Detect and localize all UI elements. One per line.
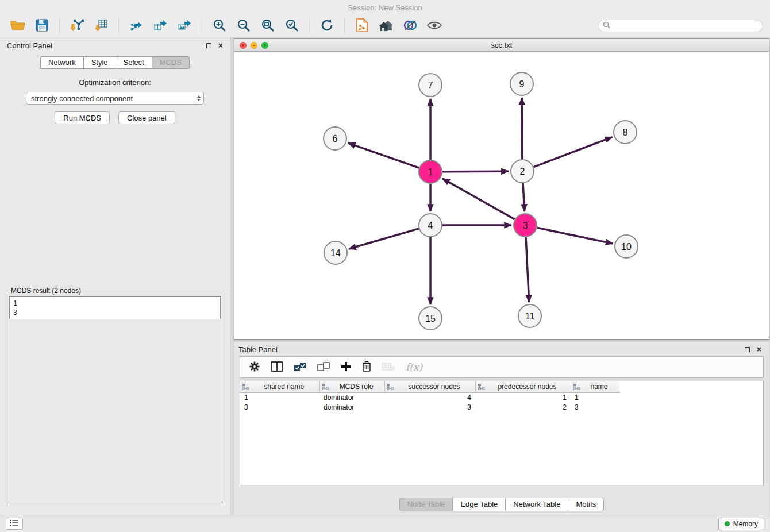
graph-node-4[interactable]: 4 xyxy=(419,214,442,237)
graph-node-7[interactable]: 7 xyxy=(419,74,442,97)
export-table-button[interactable] xyxy=(149,17,171,35)
close-panel-icon[interactable]: × xyxy=(218,43,223,48)
tab-motifs[interactable]: Motifs xyxy=(568,498,604,511)
svg-text:11: 11 xyxy=(525,311,535,321)
graph-node-9[interactable]: 9 xyxy=(510,72,533,95)
mcds-result-group: MCDS result (2 nodes) 1 3 xyxy=(6,287,224,503)
zoom-out-button[interactable] xyxy=(233,17,255,35)
column-header-name[interactable]: name xyxy=(571,381,619,392)
search-field[interactable] xyxy=(598,20,763,32)
annotations-button[interactable] xyxy=(399,17,421,35)
search-input[interactable] xyxy=(613,22,758,30)
close-panel-button[interactable]: Close panel xyxy=(118,111,175,124)
graph-node-2[interactable]: 2 xyxy=(511,160,534,183)
table-cell[interactable]: dominator xyxy=(319,392,384,402)
delete-table-button xyxy=(382,358,395,376)
add-column-button[interactable] xyxy=(341,358,351,376)
table-cell[interactable]: 1 xyxy=(240,392,319,402)
select-all-button[interactable] xyxy=(294,358,306,376)
home-button[interactable] xyxy=(375,17,397,35)
save-session-button[interactable] xyxy=(31,17,53,35)
table-cell[interactable]: 1 xyxy=(475,392,571,402)
delete-column-button[interactable] xyxy=(362,358,371,376)
mcds-result-text[interactable]: 1 3 xyxy=(9,296,221,319)
table-row[interactable]: 3dominator323 xyxy=(240,402,763,412)
zoom-fit-button[interactable] xyxy=(257,17,279,35)
function-builder-icon: f(x) xyxy=(406,361,422,373)
close-window-icon[interactable]: × xyxy=(240,42,247,49)
network-document-button[interactable] xyxy=(351,17,373,35)
minimize-window-icon[interactable]: − xyxy=(251,42,257,49)
maximize-window-icon[interactable]: + xyxy=(261,42,268,49)
float-panel-icon[interactable] xyxy=(206,43,211,48)
checked-boxes-icon xyxy=(294,361,306,373)
graph-node-3[interactable]: 3 xyxy=(514,214,537,237)
unchecked-boxes-icon xyxy=(317,361,330,373)
table-cell[interactable]: 1 xyxy=(571,392,619,402)
zoom-in-button[interactable] xyxy=(209,17,230,35)
table-cell[interactable]: dominator xyxy=(319,402,384,412)
tab-network-table[interactable]: Network Table xyxy=(505,498,568,511)
column-header-predecessor-nodes[interactable]: predecessor nodes xyxy=(475,381,571,392)
graph-edge-1-6[interactable] xyxy=(348,143,419,168)
table-cell[interactable]: 3 xyxy=(571,402,619,412)
graph-edge-3-10[interactable] xyxy=(537,228,613,244)
graph-node-1[interactable]: 1 xyxy=(419,160,442,183)
tab-node-table[interactable]: Node Table xyxy=(399,498,453,511)
open-session-button[interactable] xyxy=(7,17,29,35)
eye-icon xyxy=(427,20,442,32)
tab-style[interactable]: Style xyxy=(83,56,116,69)
table-row[interactable]: 1dominator411 xyxy=(240,392,763,402)
network-canvas[interactable]: 7968124314101511 xyxy=(234,52,769,339)
export-image-button[interactable] xyxy=(174,17,195,35)
close-panel-icon[interactable]: × xyxy=(757,347,761,352)
column-header-shared-name[interactable]: shared name xyxy=(240,381,319,392)
deselect-all-button[interactable] xyxy=(317,358,330,376)
tab-mcds[interactable]: MCDS xyxy=(152,56,190,69)
graph-edge-3-1[interactable] xyxy=(442,179,515,219)
tab-network[interactable]: Network xyxy=(40,56,84,69)
panel-menu-button[interactable] xyxy=(6,518,23,530)
main-toolbar xyxy=(0,15,770,37)
tab-edge-table[interactable]: Edge Table xyxy=(452,498,506,511)
table-cell[interactable]: 3 xyxy=(240,402,319,412)
toolbar-separator xyxy=(309,18,310,33)
table-settings-button[interactable] xyxy=(249,358,260,376)
column-header-successor-nodes[interactable]: successor nodes xyxy=(384,381,475,392)
graph-edge-3-11[interactable] xyxy=(526,237,529,302)
table-cell[interactable]: 4 xyxy=(384,392,475,402)
graph-node-10[interactable]: 10 xyxy=(615,235,638,258)
float-panel-icon[interactable] xyxy=(745,347,750,352)
graph-edge-2-8[interactable] xyxy=(534,137,613,167)
table-cell[interactable]: 3 xyxy=(384,402,475,412)
import-network-button[interactable] xyxy=(66,17,88,35)
optimization-criterion-select[interactable]: strongly connected component xyxy=(26,92,204,105)
table-panel-title: Table Panel xyxy=(238,345,278,354)
optimization-criterion-label: Optimization criterion: xyxy=(0,78,230,87)
graph-node-8[interactable]: 8 xyxy=(614,121,637,144)
show-hide-button[interactable] xyxy=(424,17,445,35)
graph-edge-2-3[interactable] xyxy=(523,183,525,211)
graph-node-6[interactable]: 6 xyxy=(324,127,346,150)
network-window-titlebar[interactable]: × − + scc.txt xyxy=(234,39,769,52)
import-table-button[interactable] xyxy=(90,17,112,35)
graph-edge-2-9[interactable] xyxy=(522,98,522,159)
tab-select[interactable]: Select xyxy=(116,56,152,69)
graph-edge-4-14[interactable] xyxy=(349,229,419,249)
column-header-MCDS-role[interactable]: MCDS role xyxy=(319,381,384,392)
control-panel: Control Panel × NetworkStyleSelectMCDS O… xyxy=(0,37,230,515)
graph-edge-1-2[interactable] xyxy=(442,171,509,172)
graph-node-15[interactable]: 15 xyxy=(419,307,442,330)
export-network-button[interactable] xyxy=(125,17,147,35)
toolbar-separator xyxy=(59,18,60,33)
graph-node-11[interactable]: 11 xyxy=(518,304,541,327)
table-cell[interactable]: 2 xyxy=(475,402,571,412)
zoom-selected-button[interactable] xyxy=(281,17,303,35)
show-columns-button[interactable] xyxy=(271,358,283,376)
graph-node-14[interactable]: 14 xyxy=(324,241,347,264)
svg-text:15: 15 xyxy=(425,314,436,323)
export-image-icon xyxy=(178,18,191,34)
memory-button[interactable]: Memory xyxy=(718,518,764,530)
run-mcds-button[interactable]: Run MCDS xyxy=(55,111,110,124)
refresh-view-button[interactable] xyxy=(316,17,338,35)
